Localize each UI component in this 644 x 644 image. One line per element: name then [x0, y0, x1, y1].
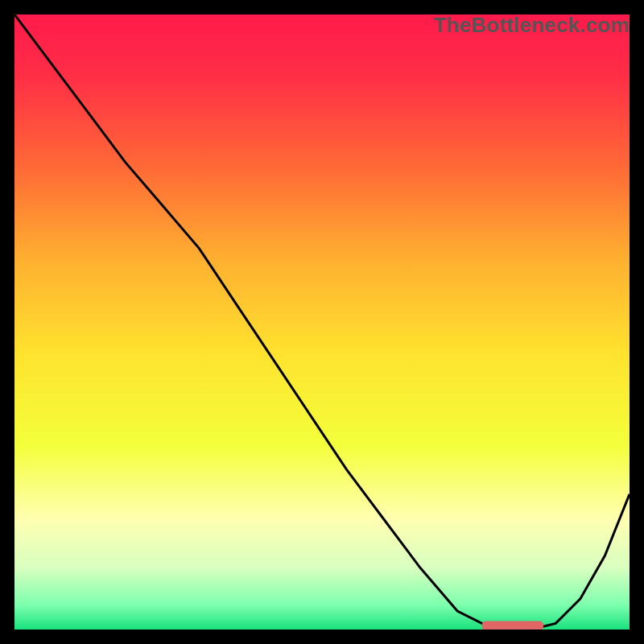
- chart-frame: TheBottleneck.com: [14, 14, 630, 630]
- chart-svg: [14, 14, 630, 630]
- watermark-text: TheBottleneck.com: [434, 13, 630, 38]
- optimal-marker: [482, 621, 543, 630]
- gradient-background: [14, 14, 630, 630]
